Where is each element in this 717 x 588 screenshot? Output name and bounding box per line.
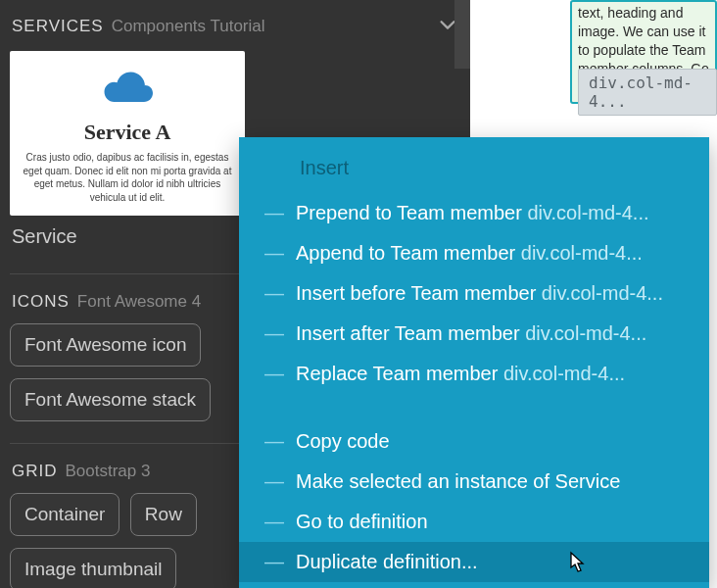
menu-suffix: div.col-md-4...	[521, 242, 643, 264]
menu-label: Append to Team member	[296, 242, 521, 264]
section-title: SERVICES	[12, 17, 104, 36]
menu-label: Duplicate definition...	[296, 551, 478, 573]
menu-label: Replace Team member	[296, 363, 503, 384]
menu-suffix: div.col-md-4...	[503, 363, 625, 384]
card-description: Cras justo odio, dapibus ac facilisis in…	[16, 151, 239, 204]
menu-suffix: div.col-md-4...	[525, 322, 646, 344]
menu-item-append[interactable]: — Append to Team member div.col-md-4...	[239, 233, 709, 273]
card-title: Service A	[16, 120, 239, 145]
menu-label: Go to definition	[296, 511, 428, 533]
section-title: GRID	[12, 462, 58, 481]
menu-item-go-to-definition[interactable]: — Go to definition	[239, 502, 709, 542]
sidebar-scrollbar[interactable]	[454, 0, 470, 69]
service-preview-card[interactable]: Service A Cras justo odio, dapibus ac fa…	[10, 51, 245, 216]
menu-item-replace[interactable]: — Replace Team member div.col-md-4...	[239, 354, 709, 394]
menu-item-prepend[interactable]: — Prepend to Team member div.col-md-4...	[239, 193, 709, 233]
context-menu: Insert — Prepend to Team member div.col-…	[239, 137, 709, 588]
menu-item-copy-code[interactable]: — Copy code	[239, 421, 709, 462]
dash-icon: —	[264, 282, 282, 305]
menu-section-header: Insert	[239, 149, 709, 193]
menu-item-duplicate-definition[interactable]: — Duplicate definition...	[239, 542, 709, 582]
menu-suffix: div.col-md-4...	[527, 202, 648, 223]
dash-icon: —	[264, 202, 282, 224]
component-pill[interactable]: Font Awesome icon	[10, 323, 201, 367]
menu-item-insert-before[interactable]: — Insert before Team member div.col-md-4…	[239, 273, 709, 314]
dash-icon: —	[264, 511, 282, 533]
services-section-header[interactable]: SERVICES Components Tutorial	[10, 8, 460, 45]
menu-item-insert-after[interactable]: — Insert after Team member div.col-md-4.…	[239, 314, 709, 354]
section-subtitle: Bootstrap 3	[66, 462, 151, 481]
component-pill[interactable]: Row	[130, 493, 197, 536]
dash-icon: —	[264, 363, 282, 385]
menu-label: Copy code	[296, 430, 390, 453]
dash-icon: —	[264, 430, 282, 453]
menu-label: Insert before Team member	[296, 282, 542, 304]
dash-icon: —	[264, 242, 282, 265]
element-tag-chip[interactable]: div.col-md-4...	[578, 69, 717, 116]
cloud-icon	[16, 65, 239, 112]
component-pill[interactable]: Font Awesome stack	[10, 378, 211, 421]
section-subtitle: Components Tutorial	[112, 17, 265, 36]
section-title: ICONS	[12, 292, 70, 312]
component-pill[interactable]: Image thumbnail	[10, 548, 176, 588]
dash-icon: —	[264, 470, 282, 493]
component-pill[interactable]: Container	[10, 493, 120, 536]
menu-label: Prepend to Team member	[296, 202, 527, 223]
dash-icon: —	[264, 322, 282, 345]
menu-item-make-instance[interactable]: — Make selected an instance of Service	[239, 462, 709, 502]
dash-icon: —	[264, 551, 282, 573]
menu-label: Make selected an instance of Service	[296, 470, 620, 493]
section-subtitle: Font Awesome 4	[77, 292, 201, 312]
menu-label: Insert after Team member	[296, 322, 525, 344]
menu-suffix: div.col-md-4...	[542, 282, 663, 304]
